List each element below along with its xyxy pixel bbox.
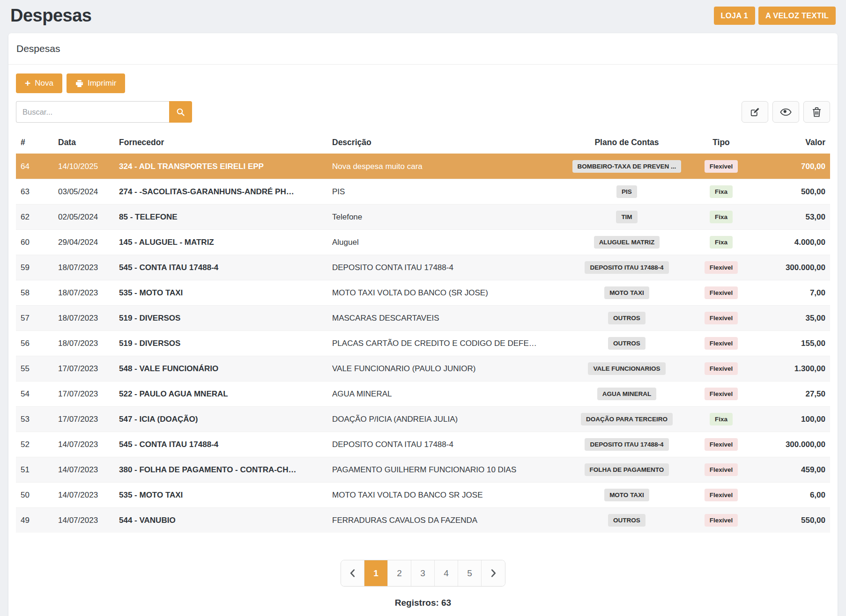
row-value: 155,00 xyxy=(753,331,830,356)
row-supplier: 522 - PAULO AGUA MNERAL xyxy=(114,381,327,407)
plan-badge: OUTROS xyxy=(608,337,646,350)
edit-button[interactable] xyxy=(742,101,768,123)
type-badge: Fixa xyxy=(710,185,733,198)
row-value: 4.000,00 xyxy=(753,230,830,255)
search-button[interactable] xyxy=(169,101,192,123)
row-date: 14/07/2023 xyxy=(53,432,114,457)
top-bar: Despesas LOJA 1 A VELOZ TEXTIL xyxy=(8,0,838,33)
table-row[interactable]: 53 17/07/2023 547 - ICIA (DOAÇÃO) DOAÇÃO… xyxy=(16,407,830,432)
row-description: Nova despesa muito cara xyxy=(327,154,564,179)
card-title: Despesas xyxy=(8,33,838,65)
row-description: PAGAMENTO GUILHERM FUNCIONARIO 10 DIAS xyxy=(327,457,564,483)
row-id: 56 xyxy=(16,331,53,356)
plan-badge: BOMBEIRO-TAXA DE PREVEN ... xyxy=(572,160,682,173)
row-supplier: 380 - FOLHA DE PAGAMENTO - CONTRA-CH… xyxy=(114,457,327,483)
type-badge: Flexível xyxy=(705,160,738,173)
new-expense-button[interactable]: + Nova xyxy=(16,73,62,93)
toolbar: + Nova Imprimir xyxy=(16,73,830,93)
eye-icon xyxy=(780,108,792,116)
table-row[interactable]: 49 14/07/2023 544 - VANUBIO FERRADURAS C… xyxy=(16,508,830,533)
search-icon xyxy=(176,108,185,117)
table-row[interactable]: 62 02/05/2024 85 - TELEFONE Telefone TIM… xyxy=(16,205,830,230)
row-date: 18/07/2023 xyxy=(53,306,114,331)
column-header-id: # xyxy=(16,134,53,154)
search-row xyxy=(16,101,830,123)
row-value: 1.300,00 xyxy=(753,356,830,381)
row-description: MASCARAS DESCARTAVEIS xyxy=(327,306,564,331)
pagination-page-3[interactable]: 3 xyxy=(411,560,435,586)
plan-badge: DEPOSITO ITAU 17488-4 xyxy=(585,261,668,274)
expenses-table: # Data Fornecedor Descrição Plano de Con… xyxy=(16,134,830,533)
table-row[interactable]: 52 14/07/2023 545 - CONTA ITAU 17488-4 D… xyxy=(16,432,830,457)
row-action-buttons xyxy=(742,101,830,123)
type-badge: Fixa xyxy=(710,236,733,249)
row-date: 17/07/2023 xyxy=(53,381,114,407)
table-row[interactable]: 51 14/07/2023 380 - FOLHA DE PAGAMENTO -… xyxy=(16,457,830,483)
type-badge: Flexível xyxy=(705,489,738,501)
row-value: 6,00 xyxy=(753,483,830,508)
table-row[interactable]: 64 14/10/2025 324 - ADL TRANSPORTES EIRE… xyxy=(16,154,830,179)
table-header: # Data Fornecedor Descrição Plano de Con… xyxy=(16,134,830,154)
row-description: VALE FUNCIONARIO (PAULO JUNIOR) xyxy=(327,356,564,381)
type-badge: Flexível xyxy=(705,362,738,375)
column-header-description: Descrição xyxy=(327,134,564,154)
search-input[interactable] xyxy=(16,101,169,123)
pagination: 12345 xyxy=(341,560,505,587)
row-description: DEPOSITO CONTA ITAU 17488-4 xyxy=(327,432,564,457)
table-row[interactable]: 56 18/07/2023 519 - DIVERSOS PLACAS CART… xyxy=(16,331,830,356)
plan-badge: VALE FUNCIONARIOS xyxy=(588,362,665,375)
store-button-loja1[interactable]: LOJA 1 xyxy=(714,7,755,25)
row-value: 35,00 xyxy=(753,306,830,331)
type-badge: Flexível xyxy=(705,337,738,350)
plan-badge: MOTO TAXI xyxy=(604,286,649,299)
row-supplier: 544 - VANUBIO xyxy=(114,508,327,533)
row-supplier: 519 - DIVERSOS xyxy=(114,331,327,356)
chevron-left-icon xyxy=(350,569,355,577)
row-supplier: 145 - ALUGUEL - MATRIZ xyxy=(114,230,327,255)
row-value: 100,00 xyxy=(753,407,830,432)
row-date: 18/07/2023 xyxy=(53,255,114,280)
row-value: 300.000,00 xyxy=(753,255,830,280)
table-row[interactable]: 54 17/07/2023 522 - PAULO AGUA MNERAL AG… xyxy=(16,381,830,407)
table-row[interactable]: 58 18/07/2023 535 - MOTO TAXI MOTO TAXI … xyxy=(16,280,830,306)
pagination-page-5[interactable]: 5 xyxy=(458,560,482,586)
row-id: 62 xyxy=(16,205,53,230)
expenses-page: Despesas LOJA 1 A VELOZ TEXTIL Despesas … xyxy=(0,0,846,616)
table-row[interactable]: 57 18/07/2023 519 - DIVERSOS MASCARAS DE… xyxy=(16,306,830,331)
row-date: 18/07/2023 xyxy=(53,331,114,356)
row-supplier: 535 - MOTO TAXI xyxy=(114,483,327,508)
table-row[interactable]: 55 17/07/2023 548 - VALE FUNCIONÁRIO VAL… xyxy=(16,356,830,381)
row-value: 7,00 xyxy=(753,280,830,306)
row-value: 27,50 xyxy=(753,381,830,407)
row-description: PLACAS CARTÃO DE CREDITO E CODIGO DE DEF… xyxy=(327,331,564,356)
delete-button[interactable] xyxy=(803,101,830,123)
view-button[interactable] xyxy=(772,101,799,123)
row-supplier: 324 - ADL TRANSPORTES EIRELI EPP xyxy=(114,154,327,179)
row-id: 53 xyxy=(16,407,53,432)
print-button[interactable]: Imprimir xyxy=(67,73,125,93)
table-row[interactable]: 63 03/05/2024 274 - -SACOLITAS-GARANHUNS… xyxy=(16,179,830,205)
table-row[interactable]: 59 18/07/2023 545 - CONTA ITAU 17488-4 D… xyxy=(16,255,830,280)
pagination-prev-button[interactable] xyxy=(341,560,364,586)
pagination-page-4[interactable]: 4 xyxy=(435,560,458,586)
column-header-plan: Plano de Contas xyxy=(564,134,690,154)
row-id: 52 xyxy=(16,432,53,457)
type-badge: Flexível xyxy=(705,388,738,400)
row-date: 03/05/2024 xyxy=(53,179,114,205)
store-button-company[interactable]: A VELOZ TEXTIL xyxy=(758,7,836,25)
row-description: Telefone xyxy=(327,205,564,230)
row-date: 14/07/2023 xyxy=(53,483,114,508)
row-id: 60 xyxy=(16,230,53,255)
row-description: DEPOSITO CONTA ITAU 17488-4 xyxy=(327,255,564,280)
table-row[interactable]: 50 14/07/2023 535 - MOTO TAXI MOTO TAXI … xyxy=(16,483,830,508)
records-count: Registros: 63 xyxy=(16,598,830,608)
type-badge: Flexível xyxy=(705,438,738,451)
table-row[interactable]: 60 29/04/2024 145 - ALUGUEL - MATRIZ Alu… xyxy=(16,230,830,255)
row-value: 459,00 xyxy=(753,457,830,483)
row-description: FERRADURAS CAVALOS DA FAZENDA xyxy=(327,508,564,533)
pagination-page-2[interactable]: 2 xyxy=(388,560,411,586)
pagination-page-1[interactable]: 1 xyxy=(364,560,388,586)
row-id: 63 xyxy=(16,179,53,205)
type-badge: Flexível xyxy=(705,312,738,324)
pagination-next-button[interactable] xyxy=(482,560,505,586)
